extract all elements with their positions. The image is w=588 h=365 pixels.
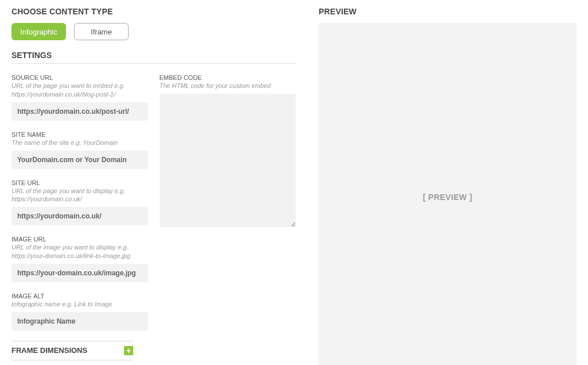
preview-heading: PREVIEW <box>319 7 577 16</box>
settings-heading: SETTINGS <box>11 51 296 64</box>
choose-content-type-heading: CHOOSE CONTENT TYPE <box>11 7 296 16</box>
source-url-input[interactable] <box>11 102 148 121</box>
tab-iframe[interactable]: Iframe <box>74 23 129 40</box>
site-name-label: SITE NAME <box>11 131 148 138</box>
content-type-tabs: Infographic Iframe <box>11 23 296 40</box>
embed-code-textarea[interactable] <box>160 94 296 227</box>
image-alt-help: Infographic name e.g. Link to Image <box>11 300 148 309</box>
embed-code-help: The HTML code for your custom embed <box>160 82 296 90</box>
frame-dimensions-section[interactable]: FRAME DIMENSIONS + <box>11 341 133 360</box>
tab-infographic[interactable]: Infographic <box>11 23 66 40</box>
image-alt-label: IMAGE ALT <box>11 293 148 299</box>
site-url-help: URL of the page you want to display e.g.… <box>11 187 148 204</box>
site-name-input[interactable] <box>11 151 148 169</box>
source-url-help: URL of the page you want to embed e.g. h… <box>11 82 148 99</box>
image-alt-input[interactable] <box>11 312 148 331</box>
image-url-label: IMAGE URL <box>11 236 148 243</box>
plus-icon[interactable]: + <box>124 346 133 355</box>
preview-panel: [ PREVIEW ] <box>319 23 577 365</box>
site-url-label: SITE URL <box>11 179 148 186</box>
preview-placeholder: [ PREVIEW ] <box>423 193 472 202</box>
site-name-help: The name of the site e.g. YourDomain <box>11 139 148 147</box>
source-url-label: SOURCE URL <box>11 74 148 81</box>
image-url-help: URL of the image you want to display e.g… <box>11 243 148 260</box>
image-url-input[interactable] <box>11 264 148 282</box>
embed-code-label: EMBED CODE <box>160 74 296 81</box>
frame-dimensions-label: FRAME DIMENSIONS <box>11 346 87 355</box>
site-url-input[interactable] <box>11 207 148 225</box>
